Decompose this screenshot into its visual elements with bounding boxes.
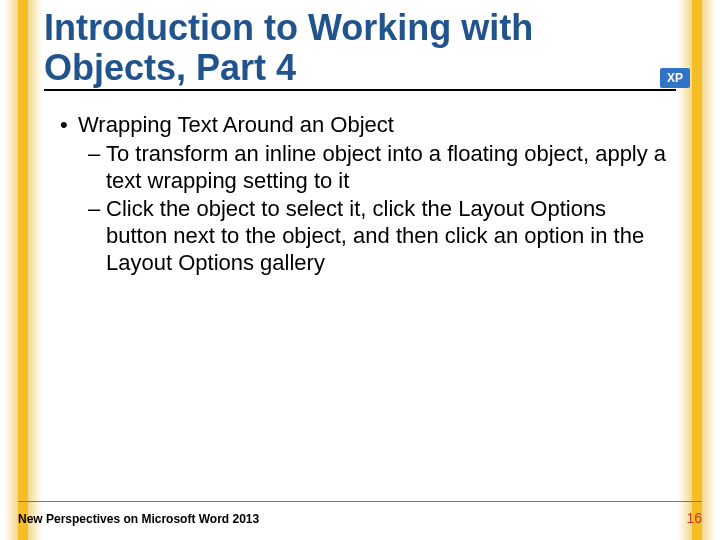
slide-title: Introduction to Working with Objects, Pa…	[44, 8, 676, 91]
footer-rule	[18, 501, 702, 502]
slide-body: Wrapping Text Around an Object To transf…	[52, 112, 668, 279]
fade-right-outer	[702, 0, 716, 540]
fade-left-inner	[28, 0, 42, 540]
accent-bar-left	[18, 0, 28, 540]
bullet-level1: Wrapping Text Around an Object	[60, 112, 668, 139]
footer-text: New Perspectives on Microsoft Word 2013	[18, 512, 259, 526]
accent-bar-right	[692, 0, 702, 540]
bullet-level2: To transform an inline object into a flo…	[88, 141, 668, 195]
bullet-level2: Click the object to select it, click the…	[88, 196, 668, 276]
fade-left-outer	[4, 0, 18, 540]
page-number: 16	[686, 510, 702, 526]
slide: Introduction to Working with Objects, Pa…	[0, 0, 720, 540]
xp-badge: XP	[660, 68, 690, 88]
